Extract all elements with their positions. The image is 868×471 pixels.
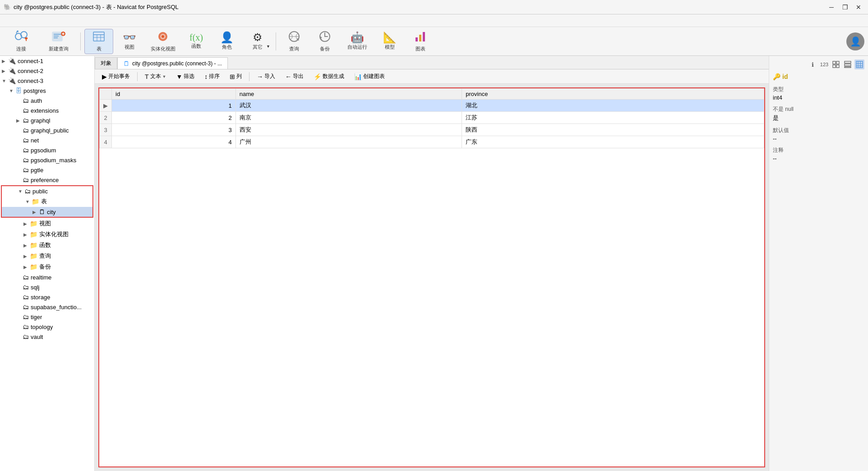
close-button[interactable]: ✕	[853, 2, 864, 12]
toolbar-function-button[interactable]: f(x) 函数	[182, 29, 211, 54]
cell-province[interactable]: 江苏	[462, 112, 764, 124]
sidebar-item-matviews-group[interactable]: ▶ 📁 实体化视图	[0, 229, 94, 240]
autorun-icon: 🤖	[351, 32, 364, 43]
sidebar-item-supabase-functions[interactable]: 🗂 supabase_functio...	[0, 302, 94, 312]
export-button[interactable]: ← 导出	[282, 72, 307, 81]
svg-rect-32	[845, 64, 851, 66]
generate-data-button[interactable]: ⚡ 数据生成	[310, 72, 348, 81]
table-toolbar: ▶ 开始事务 T 文本 ▼ ▼ 筛选 ↕ 排序 ⊞ 列	[95, 69, 769, 84]
expand-icon	[16, 334, 23, 339]
sidebar-item-views-group[interactable]: ▶ 📁 视图	[0, 218, 94, 229]
sidebar-item-graphql-public[interactable]: 🗂 graphql_public	[0, 125, 94, 135]
columns-button[interactable]: ⊞ 列	[226, 72, 245, 81]
sort-button[interactable]: ↕ 排序	[201, 72, 223, 81]
import-button[interactable]: → 导入	[253, 72, 279, 81]
schema-icon: 🗂	[23, 146, 29, 154]
toolbar-connect-button[interactable]: 连接	[4, 29, 39, 54]
cell-name[interactable]: 南京	[235, 112, 462, 124]
cell-id[interactable]: 4	[112, 136, 236, 148]
sidebar-item-vault[interactable]: 🗂 vault	[0, 332, 94, 342]
filter-label: 筛选	[184, 73, 194, 80]
svg-point-1	[17, 31, 18, 32]
sidebar-item-connect3[interactable]: ▼ 🔌 connect-3	[0, 76, 94, 86]
sidebar-item-query-group[interactable]: ▶ 📁 查询	[0, 251, 94, 261]
sidebar-item-sqlj[interactable]: 🗂 sqlj	[0, 282, 94, 292]
cell-name[interactable]: 广州	[235, 136, 462, 148]
sidebar-item-pgsodium-masks[interactable]: 🗂 pgsodium_masks	[0, 155, 94, 165]
sidebar-item-extensions[interactable]: 🗂 extensions	[0, 105, 94, 115]
col-province-header[interactable]: province	[462, 89, 764, 100]
toolbar-autorun-button[interactable]: 🤖 自动运行	[341, 29, 374, 54]
begin-transaction-label: 开始事务	[108, 73, 130, 80]
expand-icon	[16, 168, 23, 173]
sidebar-item-public[interactable]: ▼ 🗂 public	[2, 186, 92, 196]
expand-icon	[16, 178, 23, 183]
tab-objects[interactable]: 对象	[95, 57, 117, 69]
rp-123-button[interactable]: 123	[819, 59, 829, 69]
expand-icon: ▼	[25, 199, 32, 204]
sidebar-item-backup-group[interactable]: ▶ 📁 备份	[0, 261, 94, 272]
cell-province[interactable]: 陕西	[462, 124, 764, 136]
begin-transaction-button[interactable]: ▶ 开始事务	[98, 72, 134, 81]
toolbar-backup-button[interactable]: 备份	[310, 29, 339, 54]
cell-name[interactable]: 西安	[235, 124, 462, 136]
toolbar-table-button[interactable]: 表	[84, 29, 113, 54]
toolbar-newquery-button[interactable]: 新建查询	[41, 29, 77, 54]
create-chart-button[interactable]: 📊 创建图表	[351, 72, 388, 81]
restore-button[interactable]: ❐	[839, 2, 851, 12]
sidebar-item-storage[interactable]: 🗂 storage	[0, 292, 94, 302]
profile-avatar[interactable]: 👤	[846, 32, 864, 50]
sidebar-item-connect2[interactable]: ▶ 🔌 connect-2	[0, 66, 94, 76]
cell-id[interactable]: 3	[112, 124, 236, 136]
toolbar-other-button[interactable]: ⚙ 其它 ▼	[243, 29, 272, 54]
sidebar-label-connect2: connect-2	[18, 68, 43, 74]
schema-icon: 🗂	[23, 156, 29, 164]
table-row[interactable]: ▶ 1 武汉 湖北	[100, 100, 764, 112]
sidebar-item-auth[interactable]: 🗂 auth	[0, 96, 94, 105]
rp-info-button[interactable]: ℹ	[808, 59, 817, 69]
view-icon: 👓	[123, 32, 136, 43]
type-value: int4	[773, 94, 864, 101]
toolbar-chart-button[interactable]: 图表	[406, 29, 435, 54]
table-row[interactable]: 4 4 广州 广东	[100, 136, 764, 148]
text-button[interactable]: T 文本 ▼	[141, 72, 170, 81]
connect-label: 连接	[16, 46, 26, 52]
sidebar-item-pgtle[interactable]: 🗂 pgtle	[0, 165, 94, 175]
toolbar-model-button[interactable]: 📐 模型	[375, 29, 404, 54]
sidebar-item-postgres[interactable]: ▼ 🗄 postgres	[0, 86, 94, 96]
sidebar-item-net[interactable]: 🗂 net	[0, 135, 94, 145]
cell-id[interactable]: 2	[112, 112, 236, 124]
sidebar-public-highlighted-box: ▼ 🗂 public ▼ 📁 表 ▶ 🗒 city	[1, 185, 93, 218]
sidebar-item-func-group[interactable]: ▶ 📁 函数	[0, 240, 94, 251]
minimize-button[interactable]: ─	[826, 2, 837, 12]
rp-grid3-button[interactable]	[854, 59, 864, 69]
sidebar-item-topology[interactable]: 🗂 topology	[0, 322, 94, 332]
toolbar-matview-button[interactable]: 实体化视图	[146, 29, 180, 54]
cell-province[interactable]: 广东	[462, 136, 764, 148]
filter-button[interactable]: ▼ 筛选	[172, 72, 198, 81]
sidebar-item-realtime[interactable]: 🗂 realtime	[0, 272, 94, 282]
sidebar-item-preference[interactable]: 🗂 preference	[0, 175, 94, 185]
query-icon	[288, 30, 300, 45]
sidebar-item-graphql[interactable]: ▶ 🗂 graphql	[0, 115, 94, 125]
rp-grid1-button[interactable]	[831, 59, 841, 69]
sidebar-item-tables-folder[interactable]: ▼ 📁 表	[2, 196, 92, 207]
cell-province[interactable]: 湖北	[462, 100, 764, 112]
sidebar-item-city[interactable]: ▶ 🗒 city	[2, 207, 92, 217]
sidebar-label-postgres: postgres	[23, 87, 46, 94]
table-row[interactable]: 3 3 西安 陕西	[100, 124, 764, 136]
rp-grid2-button[interactable]	[843, 59, 853, 69]
sidebar-item-pgsodium[interactable]: 🗂 pgsodium	[0, 145, 94, 155]
tab-city[interactable]: 🗒 city @postgres.public (connect-3) - ..…	[117, 57, 228, 69]
cell-id[interactable]: 1	[112, 100, 236, 112]
sidebar-item-connect1[interactable]: ▶ 🔌 connect-1	[0, 56, 94, 66]
toolbar-query-button[interactable]: 查询	[280, 29, 309, 54]
toolbar-view-button[interactable]: 👓 视图	[115, 29, 144, 54]
sidebar-item-tiger[interactable]: 🗂 tiger	[0, 312, 94, 322]
col-name-header[interactable]: name	[235, 89, 462, 100]
col-id-header[interactable]: id	[112, 89, 236, 100]
backup-icon	[319, 30, 331, 45]
cell-name[interactable]: 武汉	[235, 100, 462, 112]
toolbar-role-button[interactable]: 👤 角色	[212, 29, 241, 54]
table-row[interactable]: 2 2 南京 江苏	[100, 112, 764, 124]
